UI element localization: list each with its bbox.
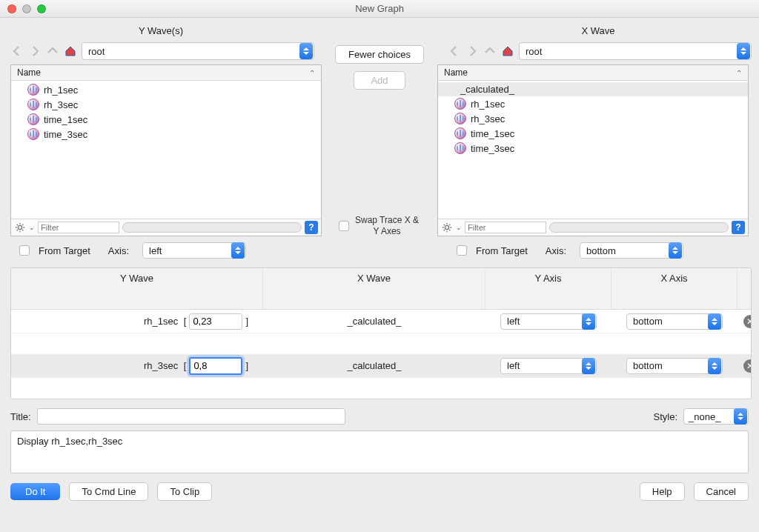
list-item-label: time_1sec bbox=[471, 128, 514, 139]
name-column-header[interactable]: Name bbox=[444, 67, 468, 78]
style-select[interactable]: _none_ bbox=[683, 408, 749, 425]
back-icon[interactable] bbox=[448, 44, 461, 58]
close-window-button[interactable] bbox=[7, 4, 16, 13]
chevron-down-icon[interactable]: ⌄ bbox=[29, 224, 35, 231]
stepper-icon bbox=[582, 313, 595, 330]
list-item[interactable]: rh_1sec bbox=[438, 96, 748, 111]
col-x-axis-header[interactable]: X Axis bbox=[611, 268, 738, 310]
y-axis-select[interactable]: left bbox=[500, 313, 597, 330]
forward-icon[interactable] bbox=[465, 44, 479, 58]
wave-icon bbox=[454, 98, 466, 110]
list-item-label: rh_3sec bbox=[44, 99, 78, 110]
y-axis-select[interactable]: left bbox=[500, 358, 597, 374]
gear-icon[interactable] bbox=[14, 222, 26, 233]
list-item-label: time_3sec bbox=[471, 143, 514, 154]
left-folder-select[interactable]: root bbox=[82, 42, 314, 60]
x-wave-cell[interactable]: _calculated_ bbox=[263, 354, 485, 378]
slider-track[interactable] bbox=[122, 222, 302, 233]
home-icon[interactable] bbox=[64, 44, 77, 58]
list-item-label: _calculated_ bbox=[460, 84, 514, 95]
axis-label: Axis: bbox=[108, 245, 129, 256]
slider-track[interactable] bbox=[549, 222, 729, 233]
do-it-button[interactable]: Do It bbox=[10, 483, 60, 500]
forward-icon[interactable] bbox=[28, 44, 42, 58]
chevron-down-icon[interactable]: ⌄ bbox=[456, 224, 462, 231]
fewer-choices-button[interactable]: Fewer choices bbox=[335, 45, 424, 64]
trace-table: Y Wave X Wave Y Axis X Axis rh_1sec [ ] … bbox=[10, 267, 752, 399]
x-wave-cell[interactable]: _calculated_ bbox=[263, 310, 485, 333]
x-axis-select[interactable]: bottom bbox=[626, 358, 723, 374]
zoom-window-button[interactable] bbox=[37, 4, 46, 13]
minimize-window-button[interactable] bbox=[22, 4, 31, 13]
table-row[interactable]: rh_3sec [ ] bbox=[11, 354, 263, 378]
to-clip-button[interactable]: To Clip bbox=[157, 482, 212, 501]
list-item[interactable]: time_3sec bbox=[11, 127, 321, 142]
y-axis-cell: left bbox=[485, 354, 611, 378]
list-item[interactable]: time_3sec bbox=[438, 141, 748, 156]
wave-icon bbox=[454, 113, 466, 124]
right-axis-select[interactable]: bottom bbox=[580, 242, 683, 259]
list-item[interactable]: time_1sec bbox=[11, 112, 321, 127]
x-axis-select[interactable]: bottom bbox=[626, 313, 723, 330]
range-input[interactable] bbox=[189, 357, 242, 375]
remove-row-button[interactable]: ✕ bbox=[743, 359, 752, 373]
y-axis-cell: left bbox=[485, 310, 611, 333]
left-from-target-label: From Target bbox=[39, 245, 90, 256]
right-from-target-label: From Target bbox=[476, 245, 528, 256]
range-input[interactable] bbox=[189, 313, 242, 330]
filter-input[interactable] bbox=[465, 222, 546, 233]
list-item[interactable]: rh_3sec bbox=[438, 111, 748, 126]
y-wave-list[interactable]: rh_1sec rh_3sec time_1sec time_3sec bbox=[11, 81, 321, 219]
stepper-icon bbox=[737, 43, 750, 59]
style-label: Style: bbox=[653, 411, 677, 422]
swap-axes-checkbox[interactable] bbox=[339, 221, 349, 231]
wave-icon bbox=[27, 84, 39, 96]
gear-icon[interactable] bbox=[441, 222, 453, 233]
help-icon[interactable]: ? bbox=[732, 221, 745, 234]
right-from-target-checkbox[interactable] bbox=[457, 245, 467, 256]
swap-axes-label: Swap Trace X & Y Axes bbox=[354, 215, 420, 236]
name-column-header[interactable]: Name bbox=[17, 67, 41, 78]
right-folder-select[interactable]: root bbox=[519, 42, 752, 60]
up-icon[interactable] bbox=[46, 44, 59, 58]
wave-icon bbox=[27, 113, 39, 125]
left-axis-select[interactable]: left bbox=[142, 242, 246, 259]
list-item[interactable]: rh_3sec bbox=[11, 97, 321, 112]
stepper-icon bbox=[669, 242, 682, 259]
left-folder-value: root bbox=[88, 46, 105, 57]
window-titlebar: New Graph bbox=[0, 0, 759, 18]
home-icon[interactable] bbox=[501, 44, 514, 58]
list-item[interactable]: rh_1sec bbox=[11, 82, 321, 97]
left-from-target-checkbox[interactable] bbox=[19, 245, 30, 256]
to-cmd-line-button[interactable]: To Cmd Line bbox=[69, 482, 148, 501]
up-icon[interactable] bbox=[483, 44, 497, 58]
help-button[interactable]: Help bbox=[640, 482, 685, 501]
list-item-calculated[interactable]: _calculated_ bbox=[438, 82, 748, 96]
col-x-wave-header[interactable]: X Wave bbox=[263, 268, 485, 310]
col-y-axis-header[interactable]: Y Axis bbox=[485, 268, 611, 310]
row-actions: ✕ bbox=[738, 354, 752, 378]
stepper-icon bbox=[708, 358, 721, 374]
stepper-icon bbox=[582, 358, 595, 374]
stepper-icon bbox=[734, 408, 747, 425]
y-wave-name: rh_3sec bbox=[144, 360, 178, 371]
right-folder-value: root bbox=[526, 46, 542, 57]
table-row[interactable]: rh_1sec [ ] bbox=[11, 310, 263, 333]
list-item[interactable]: time_1sec bbox=[438, 126, 748, 141]
graph-title-input[interactable] bbox=[37, 408, 345, 425]
list-item-label: rh_3sec bbox=[471, 113, 505, 124]
command-preview: Display rh_1sec,rh_3sec bbox=[10, 430, 749, 473]
left-axis-value: left bbox=[149, 245, 162, 256]
remove-row-button[interactable]: ✕ bbox=[743, 315, 752, 328]
list-item-label: rh_1sec bbox=[471, 99, 505, 110]
wave-icon bbox=[27, 128, 39, 140]
x-wave-list[interactable]: _calculated_ rh_1sec rh_3sec time_1sec t… bbox=[438, 81, 748, 219]
sort-asc-icon[interactable]: ⌃ bbox=[736, 69, 742, 77]
back-icon[interactable] bbox=[10, 44, 24, 58]
filter-input[interactable] bbox=[38, 222, 119, 233]
sort-asc-icon[interactable]: ⌃ bbox=[309, 69, 315, 77]
help-icon[interactable]: ? bbox=[305, 221, 318, 234]
list-item-label: time_1sec bbox=[44, 114, 87, 125]
cancel-button[interactable]: Cancel bbox=[694, 482, 749, 501]
col-y-wave-header[interactable]: Y Wave bbox=[11, 268, 263, 310]
